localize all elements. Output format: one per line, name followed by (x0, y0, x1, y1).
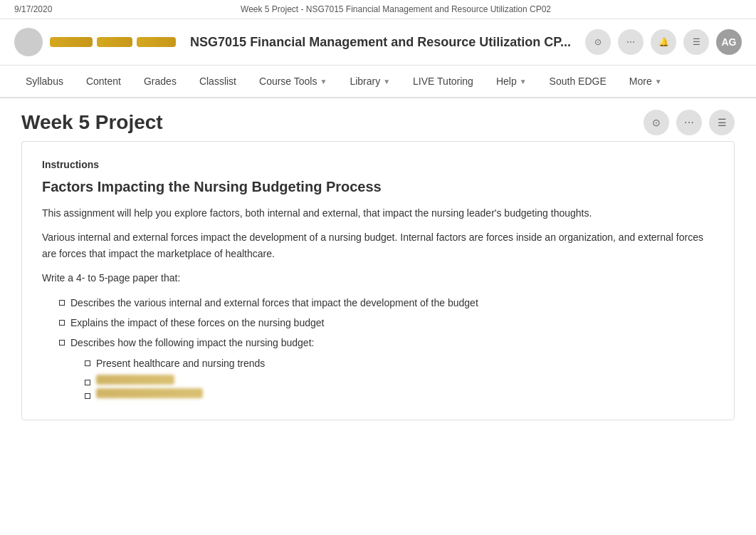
bullet-item-3: Describes how the following impact the n… (59, 335, 714, 398)
content-area: Instructions Factors Impacting the Nursi… (21, 141, 735, 420)
header: NSG7015 Financial Management and Resourc… (0, 19, 756, 66)
page-action-icon-2[interactable]: ⋯ (676, 110, 702, 135)
top-bar-title: Week 5 Project - NSG7015 Financial Manag… (241, 4, 551, 14)
top-bar-spacer (740, 4, 742, 14)
paragraph-1: This assignment will help you explore fa… (42, 205, 714, 221)
nav-label-live-tutoring: LIVE Tutoring (413, 76, 473, 87)
course-title: NSG7015 Financial Management and Resourc… (176, 35, 585, 50)
logo-text-block (50, 37, 176, 47)
nav-label-help: Help (496, 76, 517, 87)
nav-label-classlist: Classlist (199, 76, 236, 87)
assignment-title: Factors Impacting the Nursing Budgeting … (42, 179, 714, 195)
nav-item-course-tools[interactable]: Course Tools ▼ (248, 66, 338, 97)
redacted-text-2 (96, 388, 203, 398)
nav-label-syllabus: Syllabus (26, 76, 63, 87)
nav-label-content: Content (86, 76, 121, 87)
header-icon-2[interactable]: ⋯ (618, 29, 644, 55)
nav-item-syllabus[interactable]: Syllabus (14, 66, 75, 97)
sub-bullet-item-2 (85, 375, 714, 385)
logo-circle (14, 28, 43, 56)
sub-bullet-item-1: Present healthcare and nursing trends (85, 355, 714, 371)
top-bar: 9/17/2020 Week 5 Project - NSG7015 Finan… (0, 0, 756, 19)
bullet-item-1: Describes the various internal and exter… (59, 295, 714, 311)
nav-label-course-tools: Course Tools (259, 76, 317, 87)
redacted-text-1 (96, 375, 174, 385)
nav-item-live-tutoring[interactable]: LIVE Tutoring (401, 66, 485, 97)
logo-bar-2 (97, 37, 132, 47)
user-avatar[interactable]: AG (716, 29, 742, 55)
nav-label-library: Library (350, 76, 380, 87)
page-actions: ⊙ ⋯ ☰ (644, 110, 735, 135)
chevron-down-icon: ▼ (383, 78, 390, 85)
nav-label-grades: Grades (144, 76, 177, 87)
instructions-label: Instructions (42, 159, 714, 170)
chevron-down-icon: ▼ (320, 78, 327, 85)
nav-item-content[interactable]: Content (75, 66, 132, 97)
nav-label-more: More (629, 76, 652, 87)
nav-label-south-edge: South EDGE (550, 76, 607, 87)
sub-bullet-item-3 (85, 388, 714, 398)
chevron-down-icon: ▼ (655, 78, 662, 85)
navigation: Syllabus Content Grades Classlist Course… (0, 66, 756, 98)
bullet-item-2: Explains the impact of these forces on t… (59, 315, 714, 331)
nav-item-south-edge[interactable]: South EDGE (538, 66, 618, 97)
bullet-list: Describes the various internal and exter… (59, 295, 714, 399)
header-icon-3[interactable]: 🔔 (651, 29, 676, 55)
page-action-icon-1[interactable]: ⊙ (644, 110, 669, 135)
header-icon-4[interactable]: ☰ (683, 29, 709, 55)
header-logo (14, 28, 176, 56)
chevron-down-icon: ▼ (520, 78, 527, 85)
nav-item-classlist[interactable]: Classlist (188, 66, 248, 97)
page-header: Week 5 Project ⊙ ⋯ ☰ (0, 98, 756, 141)
top-bar-date: 9/17/2020 (14, 4, 52, 14)
header-icon-1[interactable]: ⊙ (585, 29, 611, 55)
logo-bar-3 (137, 37, 176, 47)
nav-item-grades[interactable]: Grades (132, 66, 188, 97)
header-right: ⊙ ⋯ 🔔 ☰ AG (585, 29, 742, 55)
page-title: Week 5 Project (21, 111, 163, 134)
paragraph-2: Various internal and external forces imp… (42, 229, 714, 261)
nav-item-help[interactable]: Help ▼ (485, 66, 538, 97)
logo-bar-1 (50, 37, 93, 47)
nav-item-library[interactable]: Library ▼ (338, 66, 401, 97)
nav-item-more[interactable]: More ▼ (618, 66, 673, 97)
sub-bullet-list: Present healthcare and nursing trends (85, 355, 714, 398)
paragraph-3: Write a 4- to 5-page paper that: (42, 270, 714, 286)
page-action-icon-3[interactable]: ☰ (709, 110, 735, 135)
